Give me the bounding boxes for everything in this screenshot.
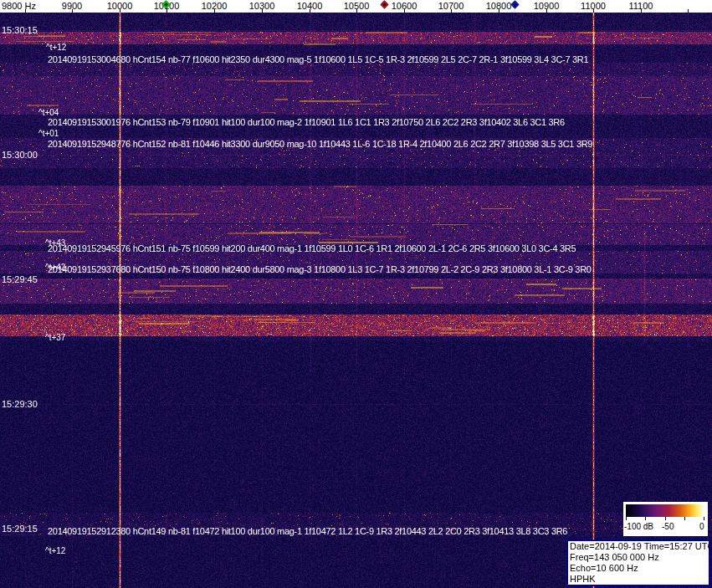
freq-tick: [310, 9, 310, 13]
echo-time-marker: ^t+12: [45, 547, 65, 555]
freq-tick: [499, 9, 499, 13]
spectrogram-app-window: 9800 Hz 9900 10000 10100 10200 10300 104…: [0, 0, 712, 588]
time-tick-label: 15:30:00: [2, 151, 38, 160]
freq-tick: [262, 9, 263, 13]
freq-tick: [356, 9, 357, 13]
legend-tick: [704, 517, 704, 520]
echo-detail-line: 20140919152948776 hCnt152 nb-81 f10446 h…: [48, 140, 592, 149]
legend-tick: [684, 517, 685, 520]
echo-time-marker: ^t+12: [46, 43, 66, 52]
info-callsign: HPHK: [570, 574, 707, 585]
freq-tick: [593, 9, 594, 13]
freq-tick: [641, 9, 642, 13]
freq-tick: [688, 9, 689, 13]
freq-tick-label: 9800 Hz: [2, 1, 36, 11]
freq-tick: [72, 9, 73, 13]
freq-marker-red-diamond-icon[interactable]: [381, 1, 389, 9]
spectrogram-waterfall[interactable]: [0, 13, 712, 588]
info-date-time: Date=2014-09-19 Time=15:27 UTC: [570, 541, 707, 552]
freq-marker-blue-diamond-icon[interactable]: [511, 1, 520, 9]
echo-detail-line: 20140919152912380 hCnt149 nb-81 f10472 h…: [48, 527, 567, 536]
freq-tick: [120, 9, 120, 13]
freq-tick: [451, 9, 452, 13]
info-echo: Echo=10 600 Hz: [570, 563, 707, 574]
info-frequency: Freq=143 050 000 Hz: [570, 552, 707, 563]
frequency-axis: 9800 Hz 9900 10000 10100 10200 10300 104…: [0, 0, 712, 13]
status-info-box: Date=2014-09-19 Time=15:27 UTC Freq=143 …: [566, 539, 710, 586]
legend-tick: [665, 517, 666, 520]
legend-label-mid: -50: [662, 522, 674, 531]
time-tick-label: 15:29:45: [2, 275, 38, 284]
freq-tick: [25, 9, 26, 13]
legend-label-min: -100 dB: [624, 522, 653, 531]
echo-detail-line: 20140919152945976 hCnt151 nb-75 f10599 h…: [48, 244, 576, 253]
freq-tick: [546, 9, 547, 13]
legend-tick: [626, 517, 627, 520]
freq-tick: [404, 9, 405, 13]
echo-time-marker: ^t+37: [45, 334, 65, 342]
freq-tick: [214, 9, 215, 13]
db-color-scale-legend: -100 dB -50 0: [623, 502, 708, 536]
freq-tick: [166, 9, 167, 13]
legend-label-max: 0: [699, 522, 704, 531]
echo-detail-line: 20140919153001976 hCnt153 nb-79 f10901 h…: [48, 118, 565, 127]
echo-detail-line: 20140919152937680 hCnt150 nb-75 f10800 h…: [48, 265, 592, 274]
color-scale-gradient: [626, 504, 704, 517]
echo-time-marker: ^t+01: [38, 130, 59, 138]
time-tick-label: 15:30:15: [2, 26, 38, 35]
echo-detail-line: 20140919153004680 hCnt154 nb-77 f10600 h…: [48, 55, 588, 64]
time-tick-label: 15:29:30: [2, 400, 38, 409]
echo-time-marker: ^t+04: [38, 109, 59, 117]
legend-tick: [645, 517, 646, 520]
time-tick-label: 15:29:15: [2, 524, 38, 534]
